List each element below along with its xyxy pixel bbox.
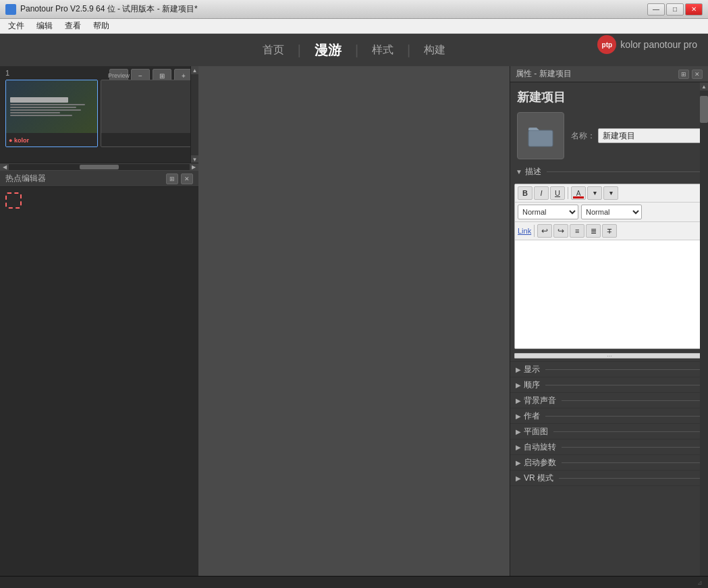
order-label: 顺序 [524,379,540,391]
section-vr-mode-header[interactable]: ▶ VR 模式 [510,471,708,485]
close-button[interactable]: ✕ [685,3,703,16]
title-text: Panotour Pro V2.5.9 64 位 - 试用版本 - 新建项目* [5,3,198,15]
rte-font-color-button[interactable]: A [571,186,586,200]
rte-ol-button[interactable]: ≣ [586,224,601,238]
right-panel-scrollbar[interactable]: ▲ ▼ [700,82,708,588]
section-bg-sound: ▶ 背景声音 [510,393,708,408]
rte-content-area[interactable] [515,240,703,348]
vr-mode-line [559,478,703,479]
rte-redo-button[interactable]: ↪ [553,224,568,238]
nav-sep-1: | [298,43,301,58]
bg-sound-label: 背景声音 [524,395,556,406]
section-author: ▶ 作者 [510,408,708,424]
rte-underline-button[interactable]: U [550,186,565,200]
minimize-button[interactable]: — [647,3,665,16]
thumbnail-2[interactable] [101,80,193,147]
preview-thumb-area: ● kolor [5,80,193,158]
desc-line [547,171,703,172]
section-bg-sound-header[interactable]: ▶ 背景声音 [510,393,708,408]
author-label: 作者 [524,410,540,422]
preview-scrollbar[interactable]: ◀ ▶ [0,163,198,171]
font-color-label: A [576,190,581,197]
flat-map-line [553,431,703,432]
section-startup-params: ▶ 启动参数 [510,455,708,471]
project-name-input[interactable] [598,128,708,143]
thumb-footer-2 [101,133,192,146]
rte-italic-button[interactable]: I [534,186,549,200]
project-info-row: 名称： [517,112,701,159]
bg-sound-line [562,400,703,401]
menu-edit[interactable]: 编辑 [31,19,58,33]
section-display-header[interactable]: ▶ 显示 [510,362,708,377]
name-label: 名称： [571,130,595,142]
display-line [545,369,703,370]
section-flat-map: ▶ 平面图 [510,424,708,439]
scrollbar-thumb[interactable] [80,165,119,169]
rte-toolbar-3: Link ↩ ↪ ≡ ≣ T̶ [515,222,703,240]
section-order-header[interactable]: ▶ 顺序 [510,377,708,392]
author-line [545,416,703,417]
scroll-right-button[interactable]: ▶ [190,164,198,170]
project-title-text: 新建项目 [517,89,701,105]
section-auto-rotate: ▶ 自动旋转 [510,439,708,455]
tab-build[interactable]: 构建 [416,41,454,60]
section-author-header[interactable]: ▶ 作者 [510,408,708,423]
tab-home[interactable]: 首页 [254,41,292,60]
props-title: 属性 - 新建项目 [516,68,572,80]
rte-font-select[interactable]: Normal Arial Times New Roman [581,205,642,219]
props-close-button[interactable]: ✕ [692,70,703,79]
rte-link-button[interactable]: Link [518,227,531,235]
flat-map-arrow-icon: ▶ [516,428,521,435]
rte-toolbar-2: Normal Heading 1 Heading 2 Normal Arial … [515,203,703,222]
preview-vscroll[interactable]: ▲ ▼ [190,66,198,163]
vr-mode-label: VR 模式 [524,473,553,484]
section-flat-map-header[interactable]: ▶ 平面图 [510,424,708,439]
rte-undo-button[interactable]: ↩ [537,224,552,238]
rte-bold-button[interactable]: B [518,186,533,200]
props-expand-button[interactable]: ⊞ [678,70,689,79]
order-line [545,385,703,385]
preview-number: 1 [5,69,9,77]
hotspot-expand-button[interactable]: ⊞ [166,173,178,184]
maximize-button[interactable]: □ [666,3,684,16]
rte-clear-button[interactable]: T̶ [602,224,617,238]
section-display: ▶ 显示 [510,362,708,377]
rte-bg-color-button[interactable]: ▾ [587,186,602,200]
name-row: 名称： [571,128,708,143]
section-auto-rotate-header[interactable]: ▶ 自动旋转 [510,439,708,454]
rte-toolbar-1: B I U A ▾ ▾ [515,184,703,203]
rte-ul-button[interactable]: ≡ [570,224,584,238]
project-icon-button[interactable] [517,112,564,159]
hotspot-close-button[interactable]: ✕ [181,173,193,184]
project-name-field-area: 名称： [571,128,708,143]
brand-logo: ptp [597,35,616,54]
scroll-left-button[interactable]: ◀ [1,164,9,170]
desc-arrow-icon: ▼ [516,168,522,176]
section-startup-params-header[interactable]: ▶ 启动参数 [510,455,708,470]
title-label: Panotour Pro V2.5.9 64 位 - 试用版本 - 新建项目* [20,3,198,15]
window-controls: — □ ✕ [647,3,703,16]
hotspot-title: 热点编辑器 [5,173,46,184]
rte-resize-handle[interactable]: ⋯ [514,353,704,358]
props-header: 属性 - 新建项目 ⊞ ✕ [510,66,708,82]
thumbnail-1[interactable]: ● kolor [5,80,98,147]
menu-view[interactable]: 查看 [59,19,86,33]
startup-params-label: 启动参数 [524,457,556,469]
thumb-kolor-label: ● kolor [9,137,29,144]
desc-label: 描述 [525,166,541,178]
desc-header[interactable]: ▼ 描述 [510,163,708,180]
tab-tour[interactable]: 漫游 [306,38,350,62]
rte-format-select[interactable]: Normal Heading 1 Heading 2 [518,205,578,219]
rte-highlight-button[interactable]: ▾ [603,186,618,200]
tab-style[interactable]: 样式 [364,41,402,60]
menu-help[interactable]: 帮助 [88,19,115,33]
flat-map-label: 平面图 [524,426,548,437]
startup-params-arrow-icon: ▶ [516,459,521,466]
desc-section: ▼ 描述 B I U A ▾ ▾ Normal [510,163,708,362]
hotspot-icon [5,192,22,209]
hotspot-content [0,187,198,588]
preview-panel: 1 Preview − ⊞ + ● kolor [0,66,198,164]
vr-mode-arrow-icon: ▶ [516,475,521,482]
folder-icon [527,122,554,149]
menu-file[interactable]: 文件 [3,19,30,33]
